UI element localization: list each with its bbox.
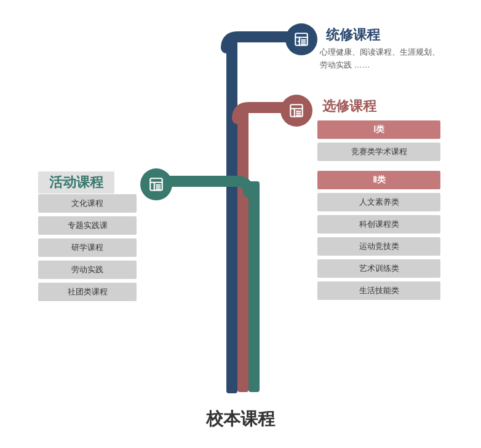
- yishu-card: 艺术训练类: [317, 259, 440, 278]
- tongxiu-title: 统修课程: [326, 26, 380, 44]
- huodong-icon: [140, 168, 172, 200]
- kechuang-card: 科创课程类: [317, 215, 440, 234]
- svg-rect-2: [248, 181, 260, 392]
- yanxue-card: 研学课程: [38, 238, 137, 257]
- zhuanti-card: 专题实践课: [38, 216, 137, 235]
- tongxiu-subtitle: 心理健康、阅读课程、生涯规划、劳动实践 ……: [320, 46, 449, 72]
- svg-rect-0: [226, 37, 237, 393]
- huodong-title: 活动课程: [38, 171, 114, 194]
- shetuan-card: 社团类课程: [38, 283, 137, 301]
- wenhua-card: 文化课程: [38, 194, 137, 213]
- shenghuo-card: 生活技能类: [317, 281, 440, 300]
- diagram: 统修课程 心理健康、阅读课程、生涯规划、劳动实践 …… 选修课程 Ⅰ类 竞赛类学…: [0, 0, 481, 448]
- xuanxiu-icon: [280, 95, 312, 127]
- type1-label: Ⅰ类: [317, 120, 440, 139]
- yundong-card: 运动竞技类: [317, 237, 440, 256]
- type2-label: Ⅱ类: [317, 171, 440, 189]
- laodong-card: 劳动实践: [38, 261, 137, 279]
- svg-rect-1: [237, 108, 248, 392]
- main-title: 校本课程: [0, 407, 481, 431]
- renwen-card: 人文素养类: [317, 193, 440, 211]
- xuanxiu-title: 选修课程: [322, 97, 376, 116]
- tongxiu-icon: [285, 23, 317, 55]
- jingsai-card: 竞赛类学术课程: [317, 143, 440, 161]
